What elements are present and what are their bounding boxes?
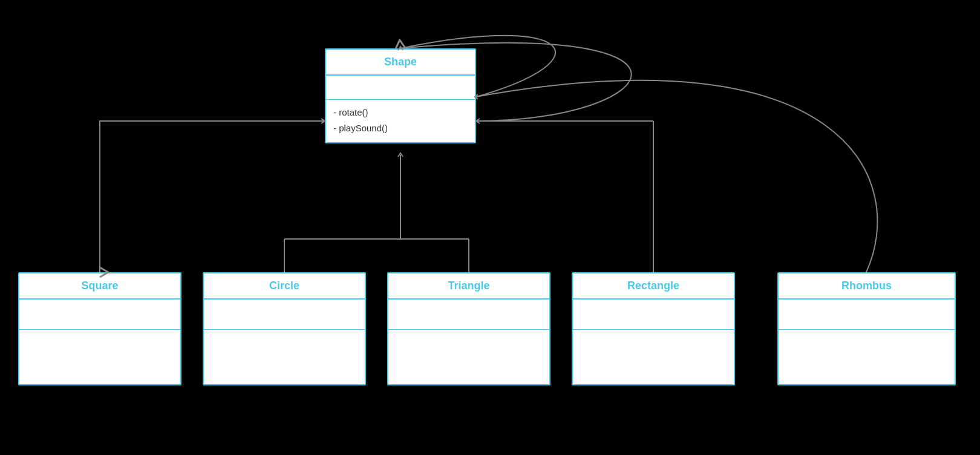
triangle-attributes-section — [388, 300, 549, 330]
rectangle-title: Rectangle — [573, 273, 734, 300]
shape-methods-section: - rotate()- playSound() — [326, 100, 475, 142]
shape-attributes-section — [326, 76, 475, 100]
triangle-class-box: Triangle — [387, 272, 550, 385]
rhombus-title: Rhombus — [779, 273, 955, 300]
diagram-container: Shape - rotate()- playSound() Square Cir… — [0, 0, 980, 455]
circle-title: Circle — [204, 273, 365, 300]
square-class-box: Square — [18, 272, 181, 385]
rhombus-connector — [476, 80, 877, 272]
triangle-methods-section — [388, 330, 549, 384]
right-arrow — [476, 119, 480, 123]
connector-svg — [0, 0, 980, 455]
square-title: Square — [19, 273, 180, 300]
shape-title: Shape — [326, 50, 475, 76]
circle-class-box: Circle — [203, 272, 366, 385]
square-methods-section — [19, 330, 180, 384]
circle-methods-section — [204, 330, 365, 384]
circle-attributes-section — [204, 300, 365, 330]
rectangle-class-box: Rectangle — [572, 272, 735, 385]
rhombus-methods-section — [779, 330, 955, 384]
rectangle-attributes-section — [573, 300, 734, 330]
rhombus-attributes-section — [779, 300, 955, 330]
rhombus-class-box: Rhombus — [777, 272, 956, 385]
square-attributes-section — [19, 300, 180, 330]
square-connector — [100, 121, 325, 272]
rectangle-methods-section — [573, 330, 734, 384]
shape-class-box: Shape - rotate()- playSound() — [325, 48, 476, 143]
bottom-arrow — [398, 153, 403, 157]
triangle-title: Triangle — [388, 273, 549, 300]
